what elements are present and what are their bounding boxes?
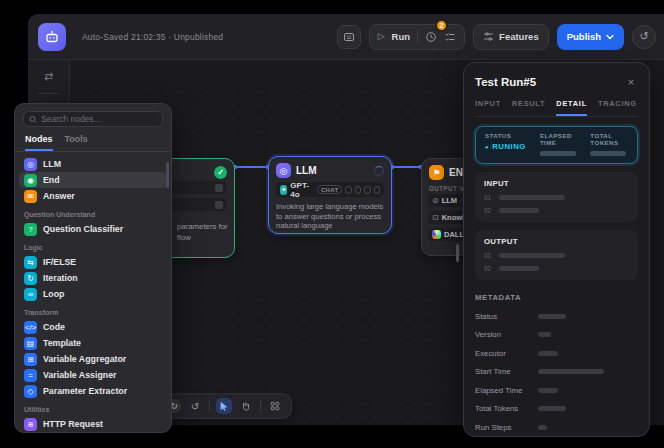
palette-row[interactable]: ▤ Template — [19, 335, 167, 351]
search-icon — [29, 115, 37, 124]
features-button[interactable]: Features — [473, 24, 549, 50]
node-palette-panel: Nodes Tools ◎ LLM ◉ End ✉ Answer Questio… — [14, 103, 172, 433]
model-capability-icon — [364, 186, 370, 194]
node-type-icon: ▤ — [24, 337, 37, 350]
run-panel-tab[interactable]: DETAIL — [556, 99, 587, 116]
end-node-icon: ⚑ — [429, 165, 444, 180]
undo-icon[interactable]: ↺ — [187, 398, 203, 414]
palette-row[interactable]: = Variable Assigner — [19, 367, 167, 383]
sidebar-divider — [38, 93, 60, 94]
skeleton-value — [499, 208, 539, 213]
checklist-icon[interactable] — [444, 31, 456, 43]
api-access-icon[interactable] — [337, 25, 361, 49]
start-node-description: parameters for flow — [177, 221, 228, 243]
pointer-mode-icon[interactable] — [216, 398, 232, 414]
skeleton-value — [499, 253, 565, 258]
llm-node-description: Invoking large language models to answer… — [269, 197, 391, 236]
model-capability-icon — [345, 186, 351, 194]
palette-row[interactable]: ∞ Loop — [19, 286, 167, 302]
play-icon[interactable]: ▷ — [378, 32, 385, 41]
hand-mode-icon[interactable] — [238, 398, 254, 414]
llm-node-title: LLM — [296, 165, 317, 176]
chat-mode-badge: CHAT — [317, 185, 342, 194]
palette-row[interactable]: ⇆ IF/ELSE — [19, 254, 167, 270]
skeleton-value — [538, 406, 566, 411]
publish-button[interactable]: Publish — [557, 24, 624, 50]
palette-row[interactable]: ◇ Parameter Extractor — [19, 383, 167, 399]
skeleton-value — [540, 151, 576, 156]
organize-nodes-icon[interactable] — [267, 398, 283, 414]
running-spinner-icon — [374, 166, 384, 176]
app-robot-icon[interactable] — [38, 23, 66, 51]
run-button[interactable]: Run — [392, 31, 410, 42]
test-run-panel: Test Run#5 × INPUT RESULT DETAIL TRACING… — [463, 62, 650, 437]
metadata-row: Executor — [475, 349, 638, 358]
palette-row[interactable]: ◉ End — [19, 172, 167, 188]
skeleton-value — [538, 425, 547, 430]
version-history-icon[interactable]: ↺ — [632, 25, 656, 49]
metadata-section: METADATA Status Version Executor Start T… — [475, 293, 638, 432]
skeleton-value — [538, 369, 604, 374]
tab-nodes[interactable]: Nodes — [25, 134, 53, 151]
divider — [209, 400, 210, 412]
palette-row[interactable]: ↻ Iteration — [19, 270, 167, 286]
input-card: INPUT 01 02 — [475, 172, 638, 222]
tab-tools[interactable]: Tools — [65, 134, 88, 151]
divider — [260, 400, 261, 412]
run-panel-tab[interactable]: TRACING — [598, 99, 637, 116]
variable-type-icon: ⊘ — [432, 196, 439, 205]
palette-row[interactable]: ◎ LLM — [19, 156, 167, 172]
swap-icon[interactable]: ⇄ — [44, 70, 53, 83]
palette-list: ◎ LLM ◉ End ✉ Answer Question Understand… — [15, 152, 171, 433]
node-type-icon: ? — [24, 223, 37, 236]
skeleton-value — [538, 314, 566, 319]
metadata-row: Run Steps — [475, 423, 638, 432]
run-group: ▷ Run 2 — [369, 24, 465, 50]
autosave-status: Auto-Saved 21:02:35 · Unpublished — [82, 32, 223, 42]
model-name: GPT-4o — [290, 181, 311, 199]
run-panel-tabs: INPUT RESULT DETAIL TRACING — [475, 99, 638, 117]
run-panel-title: Test Run#5 — [475, 76, 536, 88]
node-type-icon: ✉ — [24, 190, 37, 203]
palette-tabs: Nodes Tools — [15, 127, 171, 152]
chevron-down-icon — [606, 34, 614, 40]
palette-row[interactable]: ? Question Classifier — [19, 221, 167, 237]
top-bar: Auto-Saved 21:02:35 · Unpublished ▷ Run … — [28, 14, 664, 60]
status-label: STATUS — [485, 132, 526, 139]
total-tokens-label: TOTAL TOKENS — [590, 132, 628, 146]
palette-row[interactable]: ⊞ Variable Aggregator — [19, 351, 167, 367]
status-card: STATUS ● RUNING ELAPSED TIME TOTAL TOKEN… — [475, 126, 638, 164]
palette-row[interactable]: ≡ List Operator — [19, 432, 167, 433]
search-box[interactable] — [23, 111, 163, 127]
model-capability-icon — [355, 186, 361, 194]
status-value: ● RUNING — [485, 142, 526, 151]
model-selector[interactable]: ✦ GPT-4o CHAT — [276, 182, 384, 197]
edge-llm-to-end — [392, 166, 421, 168]
palette-row[interactable]: ✉ Answer — [19, 188, 167, 204]
running-dot-icon: ● — [485, 144, 489, 150]
llm-node-icon: ◎ — [276, 163, 291, 178]
gpt4o-model-icon: ✦ — [280, 185, 287, 195]
search-input[interactable] — [41, 114, 157, 124]
model-capability-icon — [374, 186, 380, 194]
variable-type-icon: ⊡ — [432, 213, 439, 222]
metadata-row: Version — [475, 330, 638, 339]
palette-row[interactable]: </> Code — [19, 319, 167, 335]
field-type-icon — [215, 184, 223, 192]
canvas-controls: ↻ ↺ — [158, 393, 292, 419]
node-type-icon: </> — [24, 321, 37, 334]
run-panel-tab[interactable]: RESULT — [512, 99, 545, 116]
node-type-icon: ↻ — [24, 272, 37, 285]
metadata-row: Total Tokens — [475, 404, 638, 413]
field-type-icon — [215, 201, 223, 209]
palette-scrollbar[interactable] — [166, 162, 169, 188]
palette-row: Question Understand — [19, 208, 167, 221]
edge-start-to-llm — [235, 166, 268, 168]
run-panel-tab[interactable]: INPUT — [475, 99, 501, 116]
palette-row[interactable]: ≋ HTTP Request — [19, 416, 167, 432]
run-history-icon[interactable] — [425, 31, 437, 43]
close-icon[interactable]: × — [624, 75, 638, 89]
panel-resize-handle[interactable] — [456, 244, 459, 262]
metadata-row: Elapsed Time — [475, 386, 638, 395]
llm-node[interactable]: ◎ LLM ✦ GPT-4o CHAT Invoking large langu… — [268, 156, 392, 234]
